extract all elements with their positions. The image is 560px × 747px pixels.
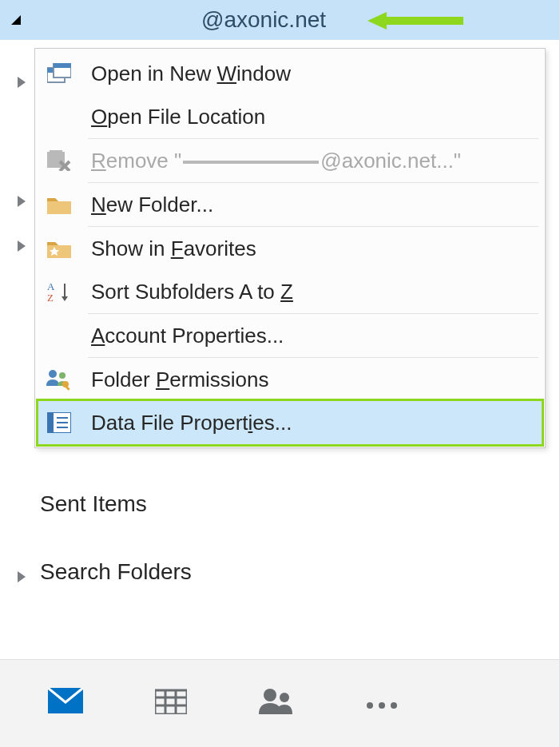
- expand-caret-icon[interactable]: [18, 571, 26, 582]
- expand-caret-icon[interactable]: [18, 196, 26, 207]
- menu-label: Open in New Window: [91, 62, 291, 86]
- menu-label: Sort Subfolders A to Z: [91, 280, 293, 304]
- menu-label: Open File Location: [91, 105, 265, 129]
- menu-label: Show in Favorites: [91, 236, 256, 261]
- favorites-folder-icon: [42, 239, 77, 258]
- svg-point-31: [280, 693, 289, 702]
- svg-rect-7: [50, 150, 62, 153]
- people-icon[interactable]: [259, 687, 294, 720]
- svg-marker-14: [62, 296, 68, 301]
- menu-sort-subfolders[interactable]: A Z Sort Subfolders A to Z: [38, 270, 542, 313]
- expand-caret-icon[interactable]: [18, 77, 26, 88]
- svg-rect-20: [47, 412, 54, 433]
- more-icon[interactable]: [366, 691, 398, 716]
- svg-marker-1: [367, 12, 387, 30]
- sort-az-icon: A Z: [42, 280, 77, 303]
- folder-pane: @axonic.net Open in New Window Open File…: [0, 0, 560, 659]
- svg-point-33: [379, 702, 385, 709]
- menu-label: Account Properties...: [91, 324, 284, 348]
- new-window-icon: [42, 63, 77, 84]
- account-label: @axonic.net: [201, 7, 326, 33]
- svg-rect-5: [54, 63, 71, 68]
- menu-account-properties[interactable]: Account Properties...: [38, 314, 542, 357]
- svg-text:A: A: [47, 280, 55, 292]
- menu-remove-account: Remove "@axonic.net...": [38, 139, 542, 182]
- menu-new-folder[interactable]: New Folder...: [38, 183, 542, 226]
- svg-rect-25: [155, 690, 187, 714]
- menu-open-file-location[interactable]: Open File Location: [38, 95, 542, 138]
- menu-folder-permissions[interactable]: Folder Permissions: [38, 358, 542, 401]
- menu-open-new-window[interactable]: Open in New Window: [38, 52, 542, 95]
- expand-caret-icon[interactable]: [18, 240, 26, 252]
- menu-label: Folder Permissions: [91, 368, 269, 392]
- calendar-icon[interactable]: [155, 687, 187, 720]
- folder-icon: [42, 195, 77, 214]
- remove-icon: [42, 150, 77, 171]
- account-header[interactable]: @axonic.net: [0, 0, 559, 40]
- svg-point-30: [264, 689, 276, 701]
- context-menu: Open in New Window Open File Location Re…: [34, 48, 546, 448]
- mail-icon[interactable]: [48, 688, 83, 719]
- svg-text:Z: Z: [47, 292, 54, 303]
- annotation-arrow-icon: [367, 12, 463, 30]
- menu-label: New Folder...: [91, 193, 213, 217]
- svg-point-16: [59, 372, 66, 379]
- svg-point-34: [391, 702, 397, 709]
- folder-sent-items[interactable]: Sent Items: [40, 491, 147, 517]
- menu-label: Data File Properties...: [91, 411, 292, 435]
- menu-data-file-properties[interactable]: Data File Properties...: [36, 399, 544, 447]
- folder-search-folders[interactable]: Search Folders: [40, 559, 192, 585]
- properties-icon: [42, 412, 77, 433]
- permissions-icon: [42, 368, 77, 391]
- menu-label: Remove "@axonic.net...": [91, 149, 461, 173]
- svg-point-15: [49, 370, 57, 378]
- menu-show-in-favorites[interactable]: Show in Favorites: [38, 227, 542, 270]
- svg-point-32: [367, 702, 373, 709]
- collapse-caret-icon: [11, 15, 21, 25]
- nav-bar: [0, 659, 560, 747]
